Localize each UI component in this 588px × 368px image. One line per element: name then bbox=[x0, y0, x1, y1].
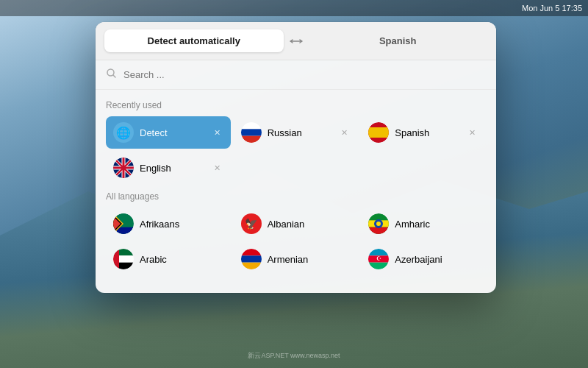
svg-rect-2 bbox=[241, 122, 262, 129]
list-item[interactable]: Arabic bbox=[106, 243, 231, 275]
list-item[interactable]: 🌐 Detect ✕ bbox=[106, 116, 231, 149]
afrikaans-flag-icon bbox=[113, 213, 134, 234]
svg-rect-39 bbox=[241, 263, 262, 269]
albanian-flag-icon: 🦅 bbox=[241, 213, 262, 234]
search-icon bbox=[106, 68, 118, 82]
language-name: Arabic bbox=[140, 254, 223, 265]
list-item[interactable]: 🦅 Albanian bbox=[234, 208, 359, 240]
list-item[interactable]: Amharic bbox=[361, 208, 486, 240]
search-input[interactable] bbox=[123, 69, 486, 80]
list-item[interactable]: Spanish ✕ bbox=[361, 116, 486, 149]
spanish-flag-icon bbox=[368, 122, 389, 143]
svg-rect-43 bbox=[368, 263, 389, 269]
language-name: Amharic bbox=[395, 219, 478, 230]
language-name: Azerbaijani bbox=[395, 254, 478, 265]
azerbaijani-flag-icon: ☪ bbox=[368, 249, 389, 269]
russian-flag-icon bbox=[241, 122, 262, 143]
language-name: Russian bbox=[268, 127, 333, 138]
language-name: Armenian bbox=[268, 254, 351, 265]
list-item[interactable]: Afrikaans bbox=[106, 208, 231, 240]
amharic-flag-icon bbox=[368, 213, 389, 234]
svg-text:☪: ☪ bbox=[376, 255, 381, 262]
svg-point-30 bbox=[376, 222, 381, 226]
watermark: 新云ASP.NET www.newasp.net bbox=[0, 351, 588, 361]
language-name: English bbox=[140, 163, 205, 174]
svg-rect-3 bbox=[241, 129, 262, 135]
swap-arrow-icon[interactable] bbox=[290, 35, 303, 48]
language-name: Detect bbox=[140, 127, 205, 138]
list-item[interactable]: English ✕ bbox=[106, 152, 231, 184]
all-languages-label: All languages bbox=[106, 191, 486, 202]
remove-spanish-button[interactable]: ✕ bbox=[466, 127, 478, 139]
list-item[interactable]: Russian ✕ bbox=[234, 116, 359, 149]
tab-spanish[interactable]: Spanish bbox=[309, 29, 488, 52]
list-item[interactable]: ☪ Azerbaijani bbox=[361, 243, 486, 275]
language-picker-popup: Detect automatically Spanish Recently us… bbox=[96, 22, 496, 293]
all-languages-grid: Afrikaans 🦅 Albanian bbox=[106, 208, 486, 275]
recently-used-grid: 🌐 Detect ✕ Russian ✕ bbox=[106, 116, 486, 184]
svg-rect-41 bbox=[368, 249, 389, 255]
watermark-text: 新云ASP.NET www.newasp.net bbox=[248, 351, 340, 361]
svg-rect-38 bbox=[241, 255, 262, 262]
remove-russian-button[interactable]: ✕ bbox=[338, 127, 351, 139]
recently-used-label: Recently used bbox=[106, 100, 486, 110]
search-bar bbox=[96, 60, 496, 90]
tab-detect-automatically[interactable]: Detect automatically bbox=[104, 29, 284, 52]
remove-detect-button[interactable]: ✕ bbox=[211, 127, 223, 139]
svg-rect-28 bbox=[368, 227, 389, 234]
language-name: Afrikaans bbox=[140, 219, 223, 230]
svg-rect-7 bbox=[368, 127, 389, 138]
menubar: Mon Jun 5 17:35 bbox=[0, 0, 588, 16]
language-name: Spanish bbox=[395, 127, 460, 138]
list-item[interactable]: Armenian bbox=[234, 243, 359, 275]
remove-english-button[interactable]: ✕ bbox=[211, 162, 223, 174]
menubar-time: Mon Jun 5 17:35 bbox=[522, 4, 582, 13]
language-content: Recently used 🌐 Detect ✕ Russian bbox=[96, 90, 496, 293]
svg-rect-4 bbox=[241, 136, 262, 143]
svg-rect-37 bbox=[241, 249, 262, 255]
armenian-flag-icon bbox=[241, 249, 262, 269]
english-flag-icon bbox=[113, 158, 134, 178]
tab-header: Detect automatically Spanish bbox=[96, 22, 496, 60]
language-name: Albanian bbox=[268, 219, 351, 230]
arabic-flag-icon bbox=[113, 249, 134, 269]
svg-rect-35 bbox=[113, 249, 119, 269]
globe-icon: 🌐 bbox=[113, 122, 134, 143]
